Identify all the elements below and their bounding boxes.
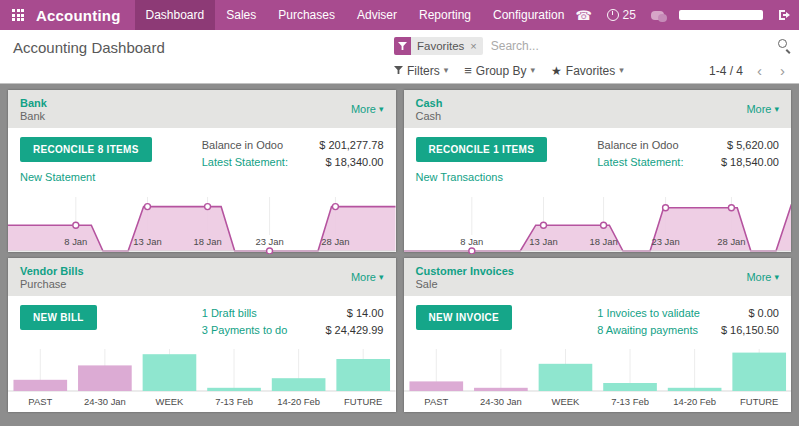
chevron-down-icon: ▾ [379,273,384,282]
card-vendor-bills: Vendor Bills Purchase More▾ NEW BILL 1 D… [8,258,396,412]
card-cash: Cash Cash More▾ RECONCILE 1 ITEMS New Tr… [404,90,792,252]
more-dropdown[interactable]: More▾ [351,271,384,283]
svg-text:FUTURE: FUTURE [344,396,382,407]
dashboard-grid: Bank Bank More▾ RECONCILE 8 ITEMS New St… [0,84,799,426]
activity-count: 25 [623,8,636,22]
search-facet: Favorites × [394,37,483,55]
svg-text:14-20 Feb: 14-20 Feb [673,396,716,407]
search-area: Favorites × Search... Filters▾ ≡ Group B… [394,36,789,78]
search-placeholder: Search... [491,39,539,53]
logout-icon[interactable] [778,9,792,21]
svg-text:PAST: PAST [424,396,448,407]
reconcile-button[interactable]: RECONCILE 8 ITEMS [20,137,152,162]
card-subtitle: Cash [416,110,443,122]
svg-text:8 Jan: 8 Jan [460,236,483,247]
stat-row: 1 Draft bills $ 14.00 [202,305,384,322]
menu-reporting[interactable]: Reporting [408,0,482,30]
svg-text:7-13 Feb: 7-13 Feb [611,396,649,407]
top-navbar: Accounting Dashboard Sales Purchases Adv… [0,0,799,30]
search-icon[interactable] [778,39,787,48]
svg-text:13 Jan: 13 Jan [529,236,557,247]
svg-text:7-13 Feb: 7-13 Feb [215,396,253,407]
bank-line-chart: 8 Jan13 Jan18 Jan23 Jan28 Jan [8,187,396,254]
card-subtitle: Sale [416,278,514,290]
filters-dropdown[interactable]: Filters▾ [394,64,448,78]
stat-row: Balance in Odoo $ 201,277.78 [202,137,384,154]
card-subtitle: Purchase [20,278,84,290]
svg-text:PAST: PAST [28,396,52,407]
chevron-down-icon: ▾ [619,66,624,75]
pager-prev-button[interactable]: ‹ [753,63,766,78]
groupby-dropdown[interactable]: ≡ Group By▾ [464,63,535,78]
svg-text:23 Jan: 23 Jan [255,236,283,247]
stat-row: 3 Payments to do $ 24,429.99 [202,322,384,339]
reconcile-button[interactable]: RECONCILE 1 ITEMS [416,137,548,162]
svg-text:FUTURE: FUTURE [740,396,778,407]
card-title[interactable]: Bank [20,97,47,109]
more-dropdown[interactable]: More▾ [746,103,779,115]
stat-row: Latest Statement: $ 18,540.00 [597,154,779,171]
card-title[interactable]: Vendor Bills [20,265,84,277]
app-title: Accounting [36,7,121,24]
search-input[interactable]: Favorites × Search... [394,36,789,56]
chevron-down-icon: ▾ [774,105,779,114]
chevron-down-icon: ▾ [379,105,384,114]
more-dropdown[interactable]: More▾ [351,103,384,115]
facet-close-icon[interactable]: × [469,37,482,55]
clock-icon [607,9,619,21]
menu-purchases[interactable]: Purchases [267,0,346,30]
progress-bar [679,10,763,20]
menu-adviser[interactable]: Adviser [346,0,408,30]
facet-label: Favorites [411,37,469,55]
svg-text:24-30 Jan: 24-30 Jan [84,396,126,407]
menu-dashboard[interactable]: Dashboard [135,0,216,30]
group-by-icon: ≡ [464,63,472,78]
messages-icon[interactable] [651,11,664,20]
card-bank: Bank Bank More▾ RECONCILE 8 ITEMS New St… [8,90,396,252]
svg-text:18 Jan: 18 Jan [193,236,221,247]
filter-funnel-icon [394,37,411,55]
card-title[interactable]: Customer Invoices [416,265,514,277]
page-title: Accounting Dashboard [13,39,165,56]
svg-text:WEEK: WEEK [551,396,579,407]
new-invoice-button[interactable]: NEW INVOICE [416,305,513,330]
stat-row: 8 Awaiting payments $ 16,150.50 [597,322,779,339]
star-icon: ★ [551,64,562,78]
svg-text:13 Jan: 13 Jan [133,236,161,247]
vendor-bills-bar-chart: PAST24-30 JanWEEK7-13 Feb14-20 FebFUTURE [8,343,396,415]
activity-clock-icon[interactable]: 25 [607,8,636,22]
new-transactions-link[interactable]: New Transactions [416,171,503,183]
new-statement-link[interactable]: New Statement [20,171,95,183]
svg-text:18 Jan: 18 Jan [589,236,617,247]
card-title[interactable]: Cash [416,97,443,109]
apps-grid-icon[interactable] [12,9,24,21]
new-bill-button[interactable]: NEW BILL [20,305,97,330]
menu-configuration[interactable]: Configuration [482,0,575,30]
filter-toolbar: Filters▾ ≡ Group By▾ ★ Favorites▾ 1-4 / … [394,63,789,78]
svg-text:WEEK: WEEK [156,396,184,407]
stat-row: 1 Invoices to validate $ 0.00 [597,305,779,322]
svg-text:8 Jan: 8 Jan [64,236,87,247]
control-panel: Accounting Dashboard Favorites × Search.… [0,30,799,84]
svg-text:14-20 Feb: 14-20 Feb [277,396,320,407]
chevron-down-icon: ▾ [774,273,779,282]
card-customer-invoices: Customer Invoices Sale More▾ NEW INVOICE… [404,258,792,412]
favorites-dropdown[interactable]: ★ Favorites▾ [551,64,624,78]
cash-line-chart: 8 Jan13 Jan18 Jan23 Jan28 Jan [404,187,792,254]
card-subtitle: Bank [20,110,47,122]
stat-row: Balance in Odoo $ 5,620.00 [597,137,779,154]
menu-sales[interactable]: Sales [215,0,267,30]
stat-row: Latest Statement: $ 18,340.00 [202,154,384,171]
svg-text:24-30 Jan: 24-30 Jan [479,396,521,407]
chevron-down-icon: ▾ [531,66,536,75]
svg-text:28 Jan: 28 Jan [321,236,349,247]
main-menu: Dashboard Sales Purchases Adviser Report… [135,0,576,30]
svg-text:28 Jan: 28 Jan [717,236,745,247]
phone-icon[interactable]: ☎ [575,8,591,23]
pager-next-button[interactable]: › [776,63,789,78]
customer-invoices-bar-chart: PAST24-30 JanWEEK7-13 Feb14-20 FebFUTURE [404,343,792,415]
pager-counter: 1-4 / 4 [709,64,743,78]
chevron-down-icon: ▾ [444,66,449,75]
more-dropdown[interactable]: More▾ [746,271,779,283]
svg-text:23 Jan: 23 Jan [651,236,679,247]
